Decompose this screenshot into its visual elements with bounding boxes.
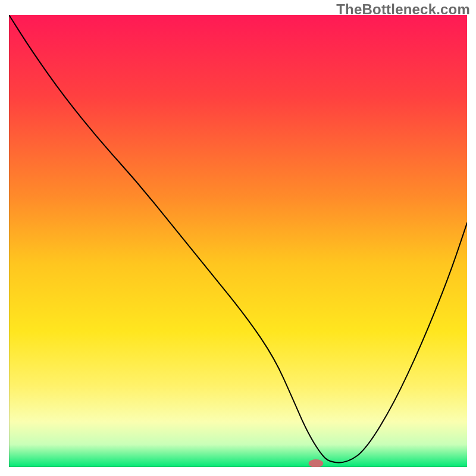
chart-container: TheBottleneck.com <box>0 0 476 476</box>
bottleneck-chart <box>9 15 467 467</box>
chart-background <box>9 15 467 467</box>
watermark-text: TheBottleneck.com <box>336 1 470 18</box>
